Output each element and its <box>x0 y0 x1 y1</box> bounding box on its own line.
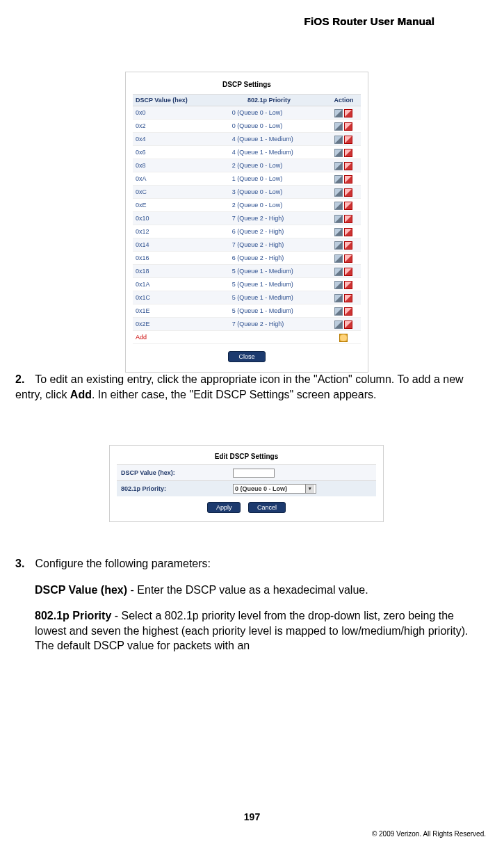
edit-icon[interactable] <box>334 122 343 131</box>
table-row: 0x107 (Queue 2 - High) <box>133 212 361 225</box>
cell-value: 0x12 <box>133 225 211 238</box>
cell-value: 0x16 <box>133 252 211 265</box>
cell-priority: 7 (Queue 2 - High) <box>211 238 327 252</box>
step-2-line-b: . In either case, the "Edit DSCP Setting… <box>92 389 377 400</box>
cell-priority: 5 (Queue 1 - Medium) <box>211 265 327 278</box>
dropdown-arrow-icon: ▾ <box>305 485 314 493</box>
edit-icon[interactable] <box>334 320 343 329</box>
step-3-number: 3. <box>15 556 32 571</box>
edit-icon[interactable] <box>334 202 343 210</box>
delete-icon[interactable] <box>344 320 352 329</box>
cell-value: 0x1A <box>133 278 211 291</box>
delete-icon[interactable] <box>344 122 352 131</box>
cell-value: 0xC <box>133 186 211 199</box>
delete-icon[interactable] <box>344 307 352 316</box>
cell-priority: 6 (Queue 2 - High) <box>211 252 327 265</box>
col-header-value: DSCP Value (hex) <box>133 95 211 106</box>
edit-icon[interactable] <box>334 175 343 184</box>
table-row: 0xE2 (Queue 0 - Low) <box>133 199 361 212</box>
delete-icon[interactable] <box>344 228 352 236</box>
cell-priority: 5 (Queue 1 - Medium) <box>211 304 327 318</box>
apply-button[interactable]: Apply <box>207 502 241 513</box>
edit-icon[interactable] <box>334 215 343 223</box>
delete-icon[interactable] <box>344 241 352 250</box>
table-row: 0x20 (Queue 0 - Low) <box>133 120 361 133</box>
cell-value: 0x0 <box>133 106 211 120</box>
copyright-text: © 2009 Verizon. All Rights Reserved. <box>372 830 486 838</box>
cell-priority: 5 (Queue 1 - Medium) <box>211 291 327 304</box>
edit-icon[interactable] <box>334 162 343 170</box>
cancel-button[interactable]: Cancel <box>248 502 286 513</box>
edit-icon[interactable] <box>334 136 343 144</box>
delete-icon[interactable] <box>344 215 352 223</box>
step-3-intro: Configure the following parameters: <box>35 558 211 569</box>
cell-value: 0x6 <box>133 146 211 159</box>
table-row: 0x1A5 (Queue 1 - Medium) <box>133 278 361 291</box>
edit-icon[interactable] <box>334 188 343 197</box>
table-row: 0x82 (Queue 0 - Low) <box>133 159 361 172</box>
cell-value: 0x1C <box>133 291 211 304</box>
edit-dscp-value-label: DSCP Value (hex): <box>121 469 230 476</box>
edit-icon[interactable] <box>334 268 343 276</box>
delete-icon[interactable] <box>344 281 352 289</box>
delete-icon[interactable] <box>344 254 352 263</box>
add-icon[interactable] <box>339 334 348 342</box>
edit-icon[interactable] <box>334 241 343 250</box>
table-row: 0x00 (Queue 0 - Low) <box>133 106 361 120</box>
close-button[interactable]: Close <box>228 351 265 362</box>
cell-priority: 4 (Queue 1 - Medium) <box>211 146 327 159</box>
table-row: 0xC3 (Queue 0 - Low) <box>133 186 361 199</box>
cell-priority: 7 (Queue 2 - High) <box>211 212 327 225</box>
cell-priority: 7 (Queue 2 - High) <box>211 318 327 331</box>
table-row: 0x2E7 (Queue 2 - High) <box>133 318 361 331</box>
dscp-settings-panel: DSCP Settings DSCP Value (hex) 802.1p Pr… <box>125 72 368 373</box>
table-row-add: Add <box>133 331 361 344</box>
delete-icon[interactable] <box>344 109 352 117</box>
edit-icon[interactable] <box>334 281 343 289</box>
edit-icon[interactable] <box>334 294 343 302</box>
cell-value: 0xA <box>133 172 211 186</box>
cell-priority: 2 (Queue 0 - Low) <box>211 199 327 212</box>
delete-icon[interactable] <box>344 294 352 302</box>
dscp-settings-table: DSCP Value (hex) 802.1p Priority Action … <box>133 94 361 344</box>
cell-value: 0xE <box>133 199 211 212</box>
edit-icon[interactable] <box>334 228 343 236</box>
param-8021p-label: 802.1p Priority <box>35 610 111 622</box>
step-2-bold-add: Add <box>70 389 92 400</box>
page-number: 197 <box>0 811 504 822</box>
cell-priority: 3 (Queue 0 - Low) <box>211 186 327 199</box>
edit-icon[interactable] <box>334 109 343 117</box>
dscp-settings-title: DSCP Settings <box>133 81 361 88</box>
cell-priority: 2 (Queue 0 - Low) <box>211 159 327 172</box>
delete-icon[interactable] <box>344 149 352 157</box>
delete-icon[interactable] <box>344 136 352 144</box>
param-dscp-value-label: DSCP Value (hex) <box>35 584 127 596</box>
table-row: 0x44 (Queue 1 - Medium) <box>133 133 361 146</box>
table-row: 0x64 (Queue 1 - Medium) <box>133 146 361 159</box>
col-header-action: Action <box>327 95 361 106</box>
table-row: 0x1C5 (Queue 1 - Medium) <box>133 291 361 304</box>
cell-priority: 1 (Queue 0 - Low) <box>211 172 327 186</box>
cell-priority: 0 (Queue 0 - Low) <box>211 120 327 133</box>
delete-icon[interactable] <box>344 162 352 170</box>
delete-icon[interactable] <box>344 175 352 184</box>
edit-dscp-title: Edit DSCP Settings <box>117 453 376 460</box>
dscp-value-input[interactable] <box>233 469 275 478</box>
cell-priority: 0 (Queue 0 - Low) <box>211 106 327 120</box>
priority-select[interactable]: 0 (Queue 0 - Low) ▾ <box>233 484 316 494</box>
edit-icon[interactable] <box>334 149 343 157</box>
param-dscp-value-text: - Enter the DSCP value as a hexadecimal … <box>127 584 368 596</box>
page-header-title: FiOS Router User Manual <box>304 15 434 27</box>
delete-icon[interactable] <box>344 268 352 276</box>
cell-value: 0x18 <box>133 265 211 278</box>
step-2-number: 2. <box>15 372 32 387</box>
delete-icon[interactable] <box>344 202 352 210</box>
table-row: 0x166 (Queue 2 - High) <box>133 252 361 265</box>
table-row: 0x126 (Queue 2 - High) <box>133 225 361 238</box>
cell-value: 0x2E <box>133 318 211 331</box>
add-link[interactable]: Add <box>136 334 147 341</box>
table-row: 0x1E5 (Queue 1 - Medium) <box>133 304 361 318</box>
delete-icon[interactable] <box>344 188 352 197</box>
edit-icon[interactable] <box>334 307 343 316</box>
edit-icon[interactable] <box>334 254 343 263</box>
